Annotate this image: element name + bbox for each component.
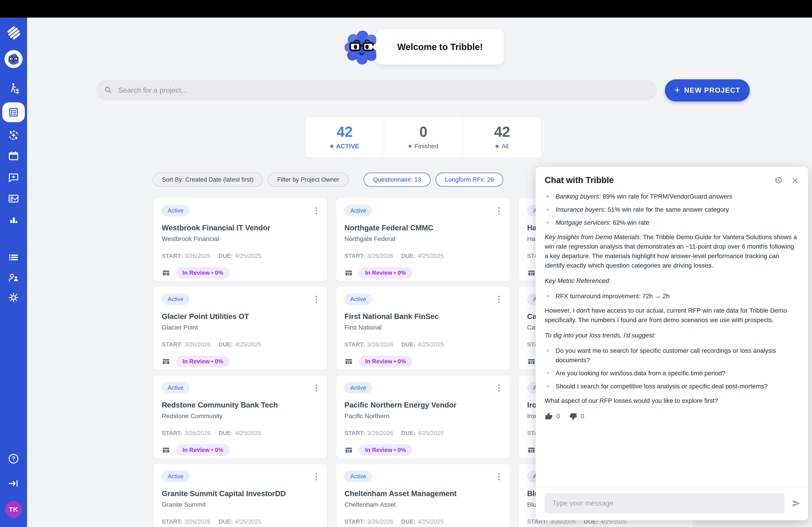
project-client: Pacific Northern [345, 412, 502, 420]
sign-out-icon[interactable] [0, 477, 27, 490]
review-status-pill: In Review • 0% [176, 356, 230, 367]
table-icon [345, 446, 353, 454]
ai-chat-icon[interactable] [0, 171, 27, 183]
stat-label: Finished [408, 143, 438, 150]
thumbs-up-count: 0 [556, 413, 560, 420]
stat-item[interactable]: 42 ACTIVE [305, 117, 384, 157]
sync-icon[interactable] [0, 129, 27, 141]
table-icon [527, 357, 536, 366]
kebab-menu-icon[interactable] [314, 293, 319, 305]
stat-item[interactable]: 42 All [463, 117, 541, 157]
kebab-menu-icon[interactable] [496, 382, 502, 394]
table-icon [345, 357, 353, 366]
chat-bullet-list: RFX turnaround improvement: 72h → 2h [545, 291, 799, 301]
kebab-menu-icon[interactable] [496, 471, 502, 483]
stat-label: All [495, 143, 508, 150]
analytics-icon[interactable] [0, 213, 27, 226]
filter-chip[interactable]: Longform RFx: 29 [436, 173, 503, 187]
project-dates: START:3/26/2026 DUE:4/25/2025 [162, 253, 319, 259]
close-icon[interactable] [791, 176, 799, 184]
filter-chip[interactable]: Questionnaire: 13 [364, 173, 431, 187]
project-dates: START:3/26/2026 DUE:4/25/2025 [345, 341, 502, 348]
thumbs-down-icon[interactable] [569, 412, 577, 420]
review-status-pill: In Review • 0% [359, 267, 412, 278]
history-icon[interactable] [774, 176, 783, 185]
new-project-label: NEW PROJECT [684, 86, 740, 94]
table-icon [345, 269, 353, 277]
project-card[interactable]: Active Westbrook Financial IT Vendor Wes… [154, 198, 327, 281]
project-title: Westbrook Financial IT Vendor [162, 224, 319, 232]
status-badge: Active [162, 471, 189, 482]
project-card[interactable]: Active Glacier Point Utilities OT Glacie… [154, 286, 327, 370]
project-title: Glacier Point Utilities OT [162, 312, 319, 321]
chat-bullet-item: RFX turnaround improvement: 72h → 2h [545, 291, 799, 301]
stat-value: 0 [419, 125, 427, 139]
project-search[interactable] [96, 80, 657, 101]
chat-message-input[interactable] [545, 493, 785, 513]
settings-gear-icon[interactable] [0, 291, 27, 304]
project-dates: START:3/26/2026 DUE:4/25/2025 [345, 430, 502, 437]
search-input[interactable] [118, 86, 649, 95]
search-icon [104, 86, 113, 95]
chat-bullet-item: Mortgage servicers: 62% win rate [545, 218, 799, 227]
project-card[interactable]: Active Redstone Community Bank Tech Reds… [154, 375, 327, 458]
new-project-button[interactable]: + NEW PROJECT [665, 79, 750, 102]
project-dates: START:3/26/2026 DUE:4/25/2025 [345, 253, 502, 259]
chat-bullet-item: Banking buyers: 89% win rate for TPRM/Ve… [545, 192, 799, 201]
review-status-pill: In Review • 0% [359, 356, 412, 367]
project-client: Glacier Point [162, 324, 319, 331]
project-dates: START:3/26/2026 DUE:4/25/2025 [162, 518, 319, 525]
project-card[interactable]: Active Cheltenham Asset Management Chelt… [336, 464, 510, 527]
thumbs-down-count: 0 [581, 413, 584, 420]
filter-chip[interactable]: Filter by Project Owner [268, 173, 349, 187]
project-title: Redstone Community Bank Tech [162, 401, 319, 409]
kebab-menu-icon[interactable] [496, 205, 502, 217]
review-status-pill: In Review • 0% [359, 444, 412, 456]
filter-chip[interactable]: Sort By: Created Date (latest first) [153, 173, 263, 187]
team-icon[interactable] [0, 271, 27, 284]
content-library-icon[interactable] [0, 251, 27, 264]
user-avatar[interactable]: TK [0, 501, 27, 518]
project-client: Granite Summit [162, 501, 319, 508]
chat-paragraph: However, I don't have access to our actu… [545, 306, 799, 325]
main-content: Welcome to Tribble! + NEW PROJECT 42 ACT… [27, 18, 812, 527]
stat-dot-icon [408, 145, 412, 148]
forms-check-icon[interactable] [0, 192, 27, 205]
kebab-menu-icon[interactable] [314, 382, 319, 394]
chat-bullet-item: Are you looking for win/loss data from a… [545, 368, 799, 378]
project-card[interactable]: Active Granite Summit Capital InvestorDD… [154, 464, 327, 527]
table-icon [527, 269, 536, 277]
chat-paragraph: Key Insights from Demo Materials: The Tr… [545, 232, 799, 270]
project-card[interactable]: Active First National Bank FinSec First … [336, 286, 510, 370]
stat-label: ACTIVE [330, 143, 359, 150]
stat-item[interactable]: 0 Finished [384, 117, 463, 157]
chat-paragraph: Key Metric Referenced: [545, 276, 799, 286]
chat-bullet-item: Should I search for competitive loss ana… [545, 381, 799, 391]
welcome-bubble: Welcome to Tribble! [376, 29, 504, 64]
chat-title: Chat with Tribble [545, 175, 774, 185]
table-icon [162, 269, 170, 277]
sidebar-item-projects[interactable] [0, 102, 27, 122]
status-badge: Active [162, 382, 189, 394]
chat-bullet-list: Do you want me to search for specific cu… [545, 346, 799, 391]
tribble-logo-icon[interactable] [0, 25, 27, 40]
mascot-avatar-icon[interactable] [0, 50, 27, 68]
help-icon[interactable]: ? [0, 452, 27, 465]
project-card[interactable]: Active Pacific Northern Energy Vendor Pa… [336, 375, 510, 458]
kebab-menu-icon[interactable] [314, 471, 319, 483]
chat-bullet-item: Insurance buyers: 51% win rate for the s… [545, 205, 799, 214]
send-icon[interactable] [791, 498, 801, 509]
project-dates: START:3/26/2026 DUE:4/25/2025 [345, 518, 502, 525]
thumbs-up-icon[interactable] [545, 412, 553, 420]
status-badge: Active [345, 382, 372, 394]
project-title: Granite Summit Capital InvestorDD [162, 490, 319, 498]
sidebar: ? TK [0, 18, 27, 527]
project-dates: START:3/26/2026 DUE:4/25/2025 [162, 341, 319, 348]
chat-paragraph: To dig into your loss trends, I'd sugges… [545, 331, 799, 340]
calendar-icon[interactable] [0, 150, 27, 162]
kebab-menu-icon[interactable] [314, 205, 319, 217]
kebab-menu-icon[interactable] [496, 293, 502, 305]
project-card[interactable]: Active Northgate Federal CMMC Northgate … [336, 198, 510, 281]
handoff-icon[interactable] [0, 82, 27, 95]
status-badge: Active [345, 293, 372, 305]
